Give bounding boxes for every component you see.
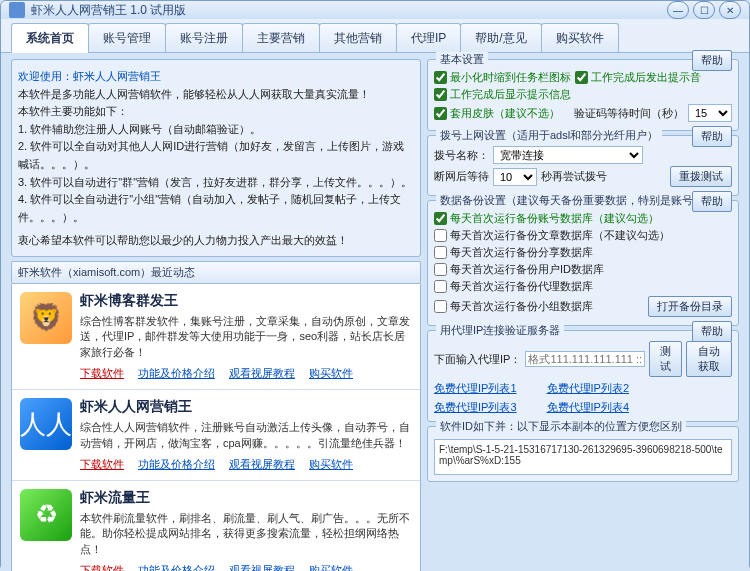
group-title: 拨号上网设置（适用于adsl和部分光纤用户）: [436, 128, 662, 143]
products-list[interactable]: 🦁虾米博客群发王综合性博客群发软件，集账号注册，文章采集，自动伪原创，文章发送，…: [11, 284, 421, 571]
proxy-input-label: 下面输入代理IP：: [434, 352, 521, 367]
sound-checkbox[interactable]: 工作完成后发出提示音: [575, 70, 701, 85]
product-link[interactable]: 下载软件: [80, 563, 124, 571]
window-controls: — ☐ ✕: [667, 1, 741, 19]
product-link[interactable]: 购买软件: [309, 366, 353, 381]
window-title: 虾米人人网营销王 1.0 试用版: [31, 2, 667, 19]
app-icon: [9, 2, 25, 18]
intro-text: 欢迎使用：虾米人人网营销王 本软件是多功能人人网营销软件，能够轻松从人人网获取大…: [18, 68, 414, 250]
tab-2[interactable]: 账号注册: [165, 23, 243, 53]
maximize-button[interactable]: ☐: [693, 1, 715, 19]
product-title: 虾米人人网营销王: [80, 398, 412, 416]
product-icon: ♻: [20, 489, 72, 541]
group-title: 基本设置: [436, 52, 488, 67]
dial-name-label: 拨号名称：: [434, 148, 489, 163]
content-area: 欢迎使用：虾米人人网营销王 本软件是多功能人人网营销软件，能够轻松从人人网获取大…: [1, 52, 749, 571]
backup-share-checkbox[interactable]: 每天首次运行备份分享数据库: [434, 245, 593, 260]
close-button[interactable]: ✕: [719, 1, 741, 19]
tab-3[interactable]: 主要营销: [242, 23, 320, 53]
redial-button[interactable]: 重拨测试: [670, 166, 732, 187]
backup-group: 数据备份设置（建议每天备份重要数据，特别是账号数据） 帮助 每天首次运行备份账号…: [427, 200, 739, 326]
product-link[interactable]: 功能及价格介绍: [138, 457, 215, 472]
tab-7[interactable]: 购买软件: [541, 23, 619, 53]
timeout-select[interactable]: 15: [688, 104, 732, 122]
backup-account-checkbox[interactable]: 每天首次运行备份账号数据库（建议勾选）: [434, 211, 659, 226]
product-link[interactable]: 功能及价格介绍: [138, 563, 215, 571]
product-link[interactable]: 购买软件: [309, 563, 353, 571]
open-backup-button[interactable]: 打开备份目录: [648, 296, 732, 317]
timeout-label: 验证码等待时间（秒）: [574, 106, 684, 121]
dial-wait-select[interactable]: 10: [493, 168, 537, 186]
product-desc: 综合性博客群发软件，集账号注册，文章采集，自动伪原创，文章发送，代理IP，邮件群…: [80, 314, 412, 360]
dial-wait-label1: 断网后等待: [434, 169, 489, 184]
backup-group-checkbox[interactable]: 每天首次运行备份小组数据库: [434, 299, 593, 314]
product-link[interactable]: 下载软件: [80, 457, 124, 472]
product-item: ♻虾米流量王本软件刷流量软件，刷排名、刷流量、刷人气、刷广告。。。无所不能。助你…: [12, 481, 420, 571]
show-info-checkbox[interactable]: 工作完成后显示提示信息: [434, 87, 571, 102]
product-title: 虾米流量王: [80, 489, 412, 507]
product-link[interactable]: 购买软件: [309, 457, 353, 472]
backup-proxy-checkbox[interactable]: 每天首次运行备份代理数据库: [434, 279, 593, 294]
proxy-input[interactable]: [525, 351, 645, 367]
proxy-links: 免费代理IP列表1免费代理IP列表2免费代理IP列表3免费代理IP列表4: [434, 381, 732, 415]
group-title: 软件ID如下并：以下显示本副本的位置方便您区别: [436, 419, 686, 434]
product-link[interactable]: 下载软件: [80, 366, 124, 381]
product-desc: 综合性人人网营销软件，注册账号自动激活上传头像，自动养号，自动营销，开网店，做淘…: [80, 420, 412, 451]
proxy-test-button[interactable]: 测试: [649, 341, 681, 377]
help-button[interactable]: 帮助: [692, 321, 732, 342]
product-desc: 本软件刷流量软件，刷排名、刷流量、刷人气、刷广告。。。无所不能。助你轻松提成网站…: [80, 511, 412, 557]
product-links: 下载软件功能及价格介绍观看视屏教程购买软件: [80, 563, 412, 571]
proxy-auto-button[interactable]: 自动获取: [686, 341, 732, 377]
backup-article-checkbox[interactable]: 每天首次运行备份文章数据库（不建议勾选）: [434, 228, 670, 243]
intro-group: 欢迎使用：虾米人人网营销王 本软件是多功能人人网营销软件，能够轻松从人人网获取大…: [11, 59, 421, 257]
tab-bar: 系统首页账号管理账号注册主要营销其他营销代理IP帮助/意见购买软件: [1, 19, 749, 53]
path-text: F:\temp\S-1-5-21-15316717130-261329695-3…: [434, 439, 732, 475]
tab-5[interactable]: 代理IP: [396, 23, 461, 53]
tab-6[interactable]: 帮助/意见: [460, 23, 541, 53]
tab-1[interactable]: 账号管理: [88, 23, 166, 53]
product-link[interactable]: 功能及价格介绍: [138, 366, 215, 381]
dial-wait-label2: 秒再尝试拨号: [541, 169, 607, 184]
product-links: 下载软件功能及价格介绍观看视屏教程购买软件: [80, 366, 412, 381]
products-header-title: 虾米软件（xiamisoft.com）最近动态: [18, 265, 195, 280]
group-title: 数据备份设置（建议每天备份重要数据，特别是账号数据）: [436, 193, 730, 208]
left-panel: 欢迎使用：虾米人人网营销王 本软件是多功能人人网营销软件，能够轻松从人人网获取大…: [11, 53, 421, 571]
product-link[interactable]: 观看视屏教程: [229, 366, 295, 381]
app-window: 虾米人人网营销王 1.0 试用版 — ☐ ✕ 系统首页账号管理账号注册主要营销其…: [0, 0, 750, 571]
proxy-link[interactable]: 免费代理IP列表4: [547, 400, 630, 415]
backup-userid-checkbox[interactable]: 每天首次运行备份用户ID数据库: [434, 262, 604, 277]
path-group: 软件ID如下并：以下显示本副本的位置方便您区别 F:\temp\S-1-5-21…: [427, 426, 739, 482]
tab-0[interactable]: 系统首页: [11, 23, 89, 53]
product-links: 下载软件功能及价格介绍观看视屏教程购买软件: [80, 457, 412, 472]
help-button[interactable]: 帮助: [692, 50, 732, 71]
basic-settings-group: 基本设置 帮助 最小化时缩到任务栏图标 工作完成后发出提示音 工作完成后显示提示…: [427, 59, 739, 131]
dial-name-select[interactable]: 宽带连接: [493, 146, 643, 164]
products-header: 虾米软件（xiamisoft.com）最近动态: [11, 261, 421, 284]
proxy-link[interactable]: 免费代理IP列表2: [547, 381, 630, 396]
product-icon: 人人: [20, 398, 72, 450]
proxy-link[interactable]: 免费代理IP列表1: [434, 381, 517, 396]
dial-group: 拨号上网设置（适用于adsl和部分光纤用户） 帮助 拨号名称： 宽带连接 断网后…: [427, 135, 739, 196]
right-panel: 基本设置 帮助 最小化时缩到任务栏图标 工作完成后发出提示音 工作完成后显示提示…: [427, 53, 739, 571]
minimize-tray-checkbox[interactable]: 最小化时缩到任务栏图标: [434, 70, 571, 85]
product-item: 🦁虾米博客群发王综合性博客群发软件，集账号注册，文章采集，自动伪原创，文章发送，…: [12, 284, 420, 390]
minimize-button[interactable]: —: [667, 1, 689, 19]
product-item: 人人虾米人人网营销王综合性人人网营销软件，注册账号自动激活上传头像，自动养号，自…: [12, 390, 420, 481]
title-bar: 虾米人人网营销王 1.0 试用版 — ☐ ✕: [1, 1, 749, 19]
proxy-group: 用代理IP连接验证服务器 帮助 下面输入代理IP： 测试 自动获取 免费代理IP…: [427, 330, 739, 422]
product-icon: 🦁: [20, 292, 72, 344]
product-link[interactable]: 观看视屏教程: [229, 563, 295, 571]
proxy-link[interactable]: 免费代理IP列表3: [434, 400, 517, 415]
group-title: 用代理IP连接验证服务器: [436, 323, 564, 338]
products-section: 虾米软件（xiamisoft.com）最近动态 🦁虾米博客群发王综合性博客群发软…: [11, 261, 421, 571]
product-title: 虾米博客群发王: [80, 292, 412, 310]
tab-4[interactable]: 其他营销: [319, 23, 397, 53]
help-button[interactable]: 帮助: [692, 126, 732, 147]
skin-checkbox[interactable]: 套用皮肤（建议不选）: [434, 106, 560, 121]
welcome-line: 欢迎使用：虾米人人网营销王: [18, 68, 414, 86]
product-link[interactable]: 观看视屏教程: [229, 457, 295, 472]
help-button[interactable]: 帮助: [692, 191, 732, 212]
